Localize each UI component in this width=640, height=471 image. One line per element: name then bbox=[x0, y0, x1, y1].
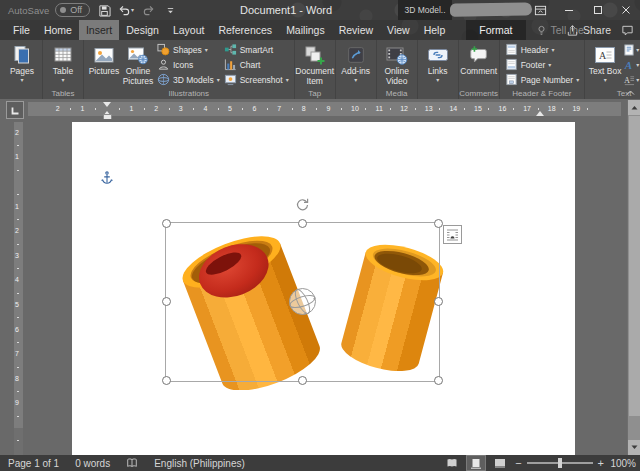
scrollbar-thumb[interactable] bbox=[629, 116, 640, 416]
scroll-up-button[interactable] bbox=[628, 100, 640, 115]
ribbon-display-options-button[interactable] bbox=[528, 0, 552, 20]
tab-stop-selector[interactable] bbox=[6, 101, 24, 119]
proofing-status[interactable] bbox=[118, 457, 146, 469]
ruler-row: 2112345678910111213141516171819 bbox=[0, 99, 640, 119]
ruler-tick bbox=[17, 170, 19, 171]
tab-layout[interactable]: Layout bbox=[166, 20, 212, 40]
zoom-in-button[interactable]: + bbox=[598, 458, 604, 468]
button-label: 3D Models bbox=[173, 75, 214, 85]
page-indicator[interactable]: Page 1 of 1 bbox=[0, 458, 67, 469]
read-mode-button[interactable] bbox=[443, 456, 461, 470]
vertical-scrollbar[interactable] bbox=[627, 100, 640, 455]
resize-handle-top-left[interactable] bbox=[162, 219, 171, 228]
share-label: Share bbox=[583, 24, 611, 36]
word-count[interactable]: 0 words bbox=[67, 458, 118, 469]
zoom-level[interactable]: 100% bbox=[610, 458, 636, 469]
table-button[interactable]: Table▾ bbox=[46, 42, 80, 83]
layout-options-button[interactable] bbox=[443, 225, 462, 244]
customize-quick-access-button[interactable] bbox=[162, 2, 178, 18]
tab-home[interactable]: Home bbox=[37, 20, 79, 40]
button-label: Chart bbox=[240, 60, 261, 70]
share-button[interactable]: Share bbox=[566, 24, 611, 37]
ruler-number: 14 bbox=[449, 105, 457, 113]
group-label: Comments bbox=[459, 89, 499, 98]
undo-button[interactable]: ▾ bbox=[118, 2, 134, 18]
minimize-button[interactable] bbox=[557, 0, 581, 20]
ruler-number: 2 bbox=[15, 227, 19, 235]
text-box-button[interactable]: AText Box▾ bbox=[588, 42, 622, 83]
zoom-track[interactable] bbox=[527, 462, 593, 464]
redo-button[interactable] bbox=[140, 2, 156, 18]
quick-parts-button[interactable]: ▾ bbox=[622, 42, 640, 57]
header-icon bbox=[505, 43, 518, 56]
drop-cap-button[interactable]: A▾ bbox=[622, 72, 640, 87]
footer-button[interactable]: Footer▾ bbox=[503, 57, 581, 72]
resize-handle-bottom-center[interactable] bbox=[298, 376, 307, 385]
add-ins-button[interactable]: Add-ins▾ bbox=[339, 42, 373, 83]
pictures-button[interactable]: Pictures bbox=[87, 42, 121, 77]
print-layout-button[interactable] bbox=[467, 456, 485, 470]
right-indent-marker[interactable] bbox=[536, 111, 544, 116]
pages-button[interactable]: Pages▾ bbox=[5, 42, 39, 83]
online-pictures-button[interactable]: Online Pictures bbox=[121, 42, 155, 86]
zoom-thumb[interactable] bbox=[558, 458, 562, 468]
maximize-button[interactable] bbox=[586, 0, 610, 20]
header-button[interactable]: Header▾ bbox=[503, 42, 581, 57]
autosave-toggle[interactable]: Off bbox=[55, 3, 90, 17]
tab-references[interactable]: References bbox=[211, 20, 279, 40]
wordart-button[interactable]: A▾ bbox=[622, 57, 640, 72]
comments-pane-icon[interactable] bbox=[621, 24, 634, 37]
ruler-number: 7 bbox=[15, 350, 19, 358]
smartart-button[interactable]: SmartArt bbox=[222, 42, 291, 57]
tab-design[interactable]: Design bbox=[119, 20, 166, 40]
group-label: Header & Footer bbox=[500, 89, 584, 98]
vertical-ruler[interactable]: 21123456789 bbox=[14, 122, 23, 455]
tab-file[interactable]: File bbox=[6, 20, 37, 40]
links-button[interactable]: Links▾ bbox=[421, 42, 455, 83]
page-number-button[interactable]: Page Number▾ bbox=[503, 72, 581, 87]
online-video-button[interactable]: Online Video bbox=[380, 42, 414, 86]
tab-help[interactable]: Help bbox=[417, 20, 453, 40]
tab-review[interactable]: Review bbox=[332, 20, 380, 40]
resize-handle-top-right[interactable] bbox=[434, 219, 443, 228]
scroll-down-button[interactable] bbox=[628, 440, 640, 455]
user-account-redacted bbox=[450, 2, 532, 16]
collapse-ribbon-button[interactable] bbox=[626, 90, 635, 96]
resize-handle-top-center[interactable] bbox=[298, 219, 307, 228]
document-item-button[interactable]: Document Item bbox=[298, 42, 332, 86]
screenshot-button[interactable]: Screenshot▾ bbox=[222, 72, 291, 87]
language-indicator[interactable]: English (Philippines) bbox=[146, 458, 253, 469]
undo-caret-icon: ▾ bbox=[131, 7, 134, 13]
rotate-handle[interactable] bbox=[295, 197, 310, 212]
tab-view[interactable]: View bbox=[380, 20, 417, 40]
tab-mailings[interactable]: Mailings bbox=[279, 20, 332, 40]
chart-icon bbox=[224, 58, 237, 71]
chart-button[interactable]: Chart bbox=[222, 57, 291, 72]
horizontal-ruler[interactable]: 2112345678910111213141516171819 bbox=[28, 102, 621, 116]
ruler-tick bbox=[169, 108, 170, 110]
ruler-number: 16 bbox=[499, 105, 507, 113]
first-line-indent-marker[interactable] bbox=[103, 102, 111, 107]
save-button[interactable] bbox=[96, 2, 112, 18]
resize-handle-bottom-right[interactable] bbox=[434, 376, 443, 385]
tab-insert[interactable]: Insert bbox=[79, 20, 119, 40]
resize-handle-middle-left[interactable] bbox=[162, 297, 171, 306]
title-bar: AutoSave Off ▾ Document1 - Word 3D Model… bbox=[0, 0, 640, 20]
zoom-slider[interactable]: − + bbox=[515, 458, 604, 468]
tab-format[interactable]: Format bbox=[466, 20, 525, 40]
3d-rotate-gizmo[interactable] bbox=[284, 283, 321, 320]
ruler-tick bbox=[488, 108, 489, 110]
icons-button[interactable]: Icons bbox=[155, 57, 222, 72]
button-label: Document Item bbox=[295, 67, 334, 86]
resize-handle-bottom-left[interactable] bbox=[162, 376, 171, 385]
dropdown-caret-icon: ▾ bbox=[636, 62, 639, 68]
ribbon-group-tap: Document ItemTap bbox=[295, 40, 336, 99]
ruler-tick bbox=[415, 108, 416, 110]
resize-handle-middle-right[interactable] bbox=[434, 297, 443, 306]
shapes-button[interactable]: Shapes▾ bbox=[155, 42, 222, 57]
web-layout-button[interactable] bbox=[491, 456, 509, 470]
comment-button[interactable]: Comment bbox=[462, 42, 496, 77]
3d-models-button[interactable]: 3D Models▾ bbox=[155, 72, 222, 87]
close-button[interactable] bbox=[614, 0, 638, 20]
zoom-out-button[interactable]: − bbox=[515, 458, 521, 468]
